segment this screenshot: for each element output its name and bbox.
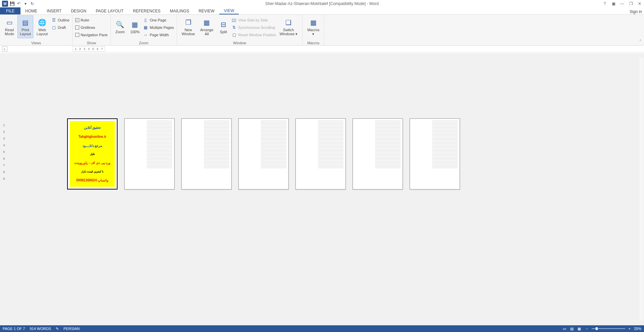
new-window-button[interactable]: ❐New Window	[180, 15, 197, 38]
page-thumbnail-5[interactable]: ــــــــــــــــــــــــــــــــــــــــ…	[295, 118, 346, 189]
page-thumbnail-4[interactable]: ــــــــــــــــــــــــــــــــــــــــ…	[238, 118, 289, 189]
collapse-ribbon-icon[interactable]: ˄	[639, 39, 641, 44]
tab-file[interactable]: FILE	[0, 7, 20, 14]
navigation-pane-checkbox[interactable]: Navigation Pane	[75, 32, 108, 38]
zoom-button[interactable]: 🔍Zoom	[113, 15, 127, 38]
outline-button[interactable]: ☰Outline	[51, 17, 70, 23]
undo-icon[interactable]: ↶	[16, 1, 21, 6]
tab-selector-icon[interactable]: L	[2, 46, 7, 52]
gridlines-checkbox[interactable]: Gridlines	[75, 24, 108, 31]
group-label-show: Show	[75, 41, 108, 46]
close-icon[interactable]: ✕	[637, 1, 643, 7]
side-by-side-icon: ▯▯	[231, 17, 237, 23]
print-layout-button[interactable]: ▤Print Layout	[17, 15, 33, 38]
group-zoom: 🔍Zoom ▦100% ▯One Page ▦Multiple Pages ↔P…	[111, 15, 177, 46]
tab-mailings[interactable]: MAILINGS	[165, 7, 194, 14]
switch-windows-button[interactable]: ❏Switch Windows ▾	[277, 15, 300, 38]
tab-page-layout[interactable]: PAGE LAYOUT	[91, 7, 128, 14]
read-mode-view-icon[interactable]: ▭	[561, 326, 568, 331]
word-logo-icon: W	[2, 1, 8, 7]
document-area[interactable]: 123456789 تحقیق آنلاین Tahghighonline.ir…	[0, 53, 644, 325]
group-views: ▭Read Mode ▤Print Layout 🌐Web Layout ☰Ou…	[0, 15, 73, 46]
ruler-checkbox[interactable]: ✓Ruler	[75, 17, 108, 23]
page1-banner: تحقیق آنلاین Tahghighonline.ir مرجع دانل…	[70, 121, 115, 187]
minimize-icon[interactable]: —	[619, 1, 625, 7]
page-width-button[interactable]: ↔Page Width	[143, 32, 174, 38]
one-page-icon: ▯	[143, 17, 148, 23]
arrange-icon: ▦	[202, 18, 212, 27]
tab-design[interactable]: DESIGN	[66, 7, 91, 14]
ribbon-tabs: FILE HOME INSERT DESIGN PAGE LAYOUT REFE…	[0, 7, 644, 15]
page-thumbnail-2[interactable]: ــــــــــــــــــــــــــــــــــــــــ…	[124, 118, 175, 189]
new-window-icon: ❐	[184, 18, 193, 27]
page-width-icon: ↔	[143, 32, 148, 38]
status-bar: PAGE 1 OF 7 914 WORDS ✎ PERSIAN ▭ ▤ ▦ − …	[0, 325, 644, 332]
zoom-slider[interactable]	[592, 328, 625, 329]
arrange-all-button[interactable]: ▦Arrange All	[198, 15, 215, 38]
page-indicator[interactable]: PAGE 1 OF 7	[3, 327, 25, 331]
zoom-out-icon[interactable]: −	[586, 327, 588, 331]
restore-icon[interactable]: ❐	[628, 1, 634, 7]
print-layout-view-icon[interactable]: ▤	[568, 326, 575, 331]
sign-in-link[interactable]: Sign in	[630, 9, 642, 14]
macros-button[interactable]: ▦Macros ▾	[305, 15, 321, 38]
outline-icon: ☰	[51, 17, 56, 23]
synchronous-scrolling-button: ⇅Synchronous Scrolling	[231, 24, 276, 31]
checkbox-icon	[75, 25, 79, 30]
spelling-icon[interactable]: ✎	[56, 327, 59, 331]
checkbox-icon	[75, 33, 79, 37]
horizontal-ruler[interactable]: 7654321	[73, 46, 105, 52]
ruler-row: L 7654321	[0, 46, 644, 52]
vertical-ruler[interactable]: 123456789	[1, 123, 7, 180]
macros-icon: ▦	[309, 18, 318, 27]
web-layout-icon: 🌐	[38, 18, 47, 27]
page-thumbnail-1[interactable]: تحقیق آنلاین Tahghighonline.ir مرجع دانل…	[67, 118, 118, 189]
checkbox-checked-icon: ✓	[75, 18, 79, 22]
zoom-icon: 🔍	[116, 20, 125, 29]
reset-window-position-button: ▢Reset Window Position	[231, 32, 276, 38]
group-window: ❐New Window ▦Arrange All ⊟Split ▯▯View S…	[177, 15, 303, 46]
page-thumbnail-3[interactable]: ــــــــــــــــــــــــــــــــــــــــ…	[181, 118, 232, 189]
language-indicator[interactable]: PERSIAN	[63, 327, 80, 331]
zoom-in-icon[interactable]: +	[629, 327, 631, 331]
web-layout-button[interactable]: 🌐Web Layout	[35, 15, 50, 38]
ribbon: ▭Read Mode ▤Print Layout 🌐Web Layout ☰Ou…	[0, 15, 644, 46]
group-label-window: Window	[180, 41, 300, 46]
tab-references[interactable]: REFERENCES	[128, 7, 165, 14]
tab-home[interactable]: HOME	[20, 7, 42, 14]
read-mode-button[interactable]: ▭Read Mode	[3, 15, 16, 38]
multiple-pages-button[interactable]: ▦Multiple Pages	[143, 24, 174, 31]
save-icon[interactable]: 💾	[9, 1, 15, 6]
pages-row: تحقیق آنلاین Tahghighonline.ir مرجع دانل…	[67, 118, 460, 189]
help-icon[interactable]: ?	[602, 1, 608, 7]
draft-button[interactable]: ▢Draft	[51, 24, 70, 31]
view-side-by-side-button: ▯▯View Side by Side	[231, 17, 276, 23]
tab-insert[interactable]: INSERT	[42, 7, 66, 14]
sync-scroll-icon: ⇅	[231, 25, 237, 30]
redo-icon[interactable]: ↻	[30, 1, 35, 6]
view-mode-buttons: ▭ ▤ ▦	[561, 326, 583, 331]
tab-review[interactable]: REVIEW	[194, 7, 219, 14]
multi-page-icon: ▦	[143, 25, 148, 30]
zoom-percent[interactable]: 20%	[634, 327, 641, 331]
ribbon-options-icon[interactable]: ▣	[610, 1, 616, 7]
hundred-percent-button[interactable]: ▦100%	[128, 15, 142, 38]
vertical-scrollbar[interactable]	[639, 54, 643, 325]
split-icon: ⊟	[219, 20, 228, 29]
hundred-icon: ▦	[130, 20, 140, 29]
web-layout-view-icon[interactable]: ▦	[576, 326, 583, 331]
reset-pos-icon: ▢	[231, 32, 237, 38]
switch-windows-icon: ❏	[284, 18, 293, 27]
tab-view[interactable]: VIEW	[219, 7, 239, 14]
page-thumbnail-7[interactable]: ــــــــــــــــــــــــــــــــــــــــ…	[410, 118, 460, 189]
document-title: Sher-Madar-Az-Shaeran-Mokhtalef [Compati…	[265, 1, 379, 6]
split-button[interactable]: ⊟Split	[217, 15, 230, 38]
one-page-button[interactable]: ▯One Page	[143, 17, 174, 23]
word-count[interactable]: 914 WORDS	[30, 327, 51, 331]
group-show: ✓Ruler Gridlines Navigation Pane Show	[73, 15, 111, 46]
qat-more-icon[interactable]: ▾	[23, 1, 28, 6]
group-label-macros: Macros	[305, 41, 321, 46]
read-mode-icon: ▭	[5, 18, 14, 27]
draft-icon: ▢	[51, 25, 56, 30]
page-thumbnail-6[interactable]: ــــــــــــــــــــــــــــــــــــــــ…	[353, 118, 403, 189]
